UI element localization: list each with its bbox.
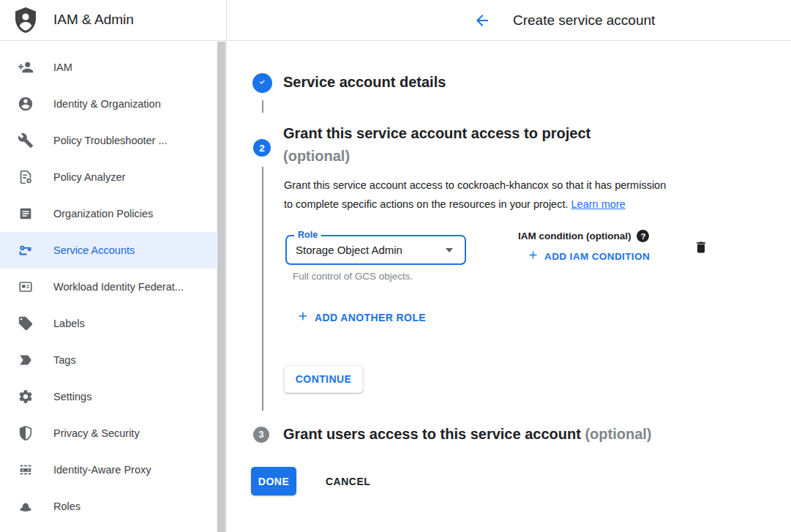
add-another-role-button[interactable]: ADD ANOTHER ROLE xyxy=(296,310,426,325)
step-connector xyxy=(262,167,263,411)
iam-admin-shield-logo-icon xyxy=(12,6,39,35)
sidebar-item-policy-troubleshooter[interactable]: Policy Troubleshooter ... xyxy=(0,122,217,159)
done-button[interactable]: DONE xyxy=(251,467,296,495)
sidebar-item-label: Identity & Organization xyxy=(53,98,161,110)
check-icon xyxy=(257,76,269,91)
add-another-role-label: ADD ANOTHER ROLE xyxy=(315,312,426,323)
roles-hat-icon xyxy=(18,498,34,514)
page-title: Create service account xyxy=(513,0,655,40)
iam-condition-header: IAM condition (optional) ? xyxy=(518,230,649,242)
sidebar: IAM & Admin IAM Identity & Organization … xyxy=(0,0,227,532)
role-dropdown[interactable]: Role Storage Object Admin xyxy=(285,235,466,265)
step2-number-indicator: 2 xyxy=(253,139,271,157)
sidebar-item-label: Policy Troubleshooter ... xyxy=(53,135,168,146)
identity-aware-proxy-icon xyxy=(18,462,34,478)
product-title: IAM & Admin xyxy=(53,0,134,40)
add-iam-condition-label: ADD IAM CONDITION xyxy=(544,251,650,262)
sidebar-item-label: Workload Identity Federat... xyxy=(53,281,184,293)
sidebar-scrollbar-thumb[interactable] xyxy=(217,42,225,532)
gcp-console-screen: IAM & Admin IAM Identity & Organization … xyxy=(0,0,791,532)
help-icon[interactable]: ? xyxy=(637,230,649,242)
step-connector xyxy=(262,100,263,113)
sidebar-item-workload-identity-federation[interactable]: Workload Identity Federat... xyxy=(0,269,217,305)
role-helper-text: Full control of GCS objects. xyxy=(293,271,413,282)
role-selected-value: Storage Object Admin xyxy=(296,244,402,256)
step2-title[interactable]: Grant this service account access to pro… xyxy=(283,122,591,168)
plus-icon xyxy=(296,310,310,325)
learn-more-link[interactable]: Learn more xyxy=(571,198,626,210)
sidebar-item-label: Privacy & Security xyxy=(53,427,140,439)
sidebar-item-identity-aware-proxy[interactable]: Identity-Aware Proxy xyxy=(0,452,217,488)
sidebar-item-identity-organization[interactable]: Identity & Organization xyxy=(0,86,217,122)
sidebar-item-policy-analyzer[interactable]: Policy Analyzer xyxy=(0,159,217,195)
sidebar-header: IAM & Admin xyxy=(0,0,226,41)
wrench-icon xyxy=(18,132,34,149)
step2-title-text: Grant this service account access to pro… xyxy=(283,125,591,141)
cancel-button[interactable]: CANCEL xyxy=(326,472,370,491)
sidebar-item-settings[interactable]: Settings xyxy=(0,378,217,415)
sidebar-item-label: Settings xyxy=(53,391,91,402)
step3-title-text: Grant users access to this service accou… xyxy=(283,426,581,442)
plus-icon xyxy=(527,249,539,263)
sidebar-item-label: Policy Analyzer xyxy=(53,171,125,183)
person-add-icon xyxy=(18,59,34,75)
sidebar-scrollbar[interactable] xyxy=(217,42,226,532)
sidebar-item-service-accounts[interactable]: Service Accounts xyxy=(0,232,217,269)
step2-optional-label: (optional) xyxy=(283,145,591,168)
description-line2: to complete specific actions on the reso… xyxy=(284,198,568,210)
description-line1: Grant this service account access to coc… xyxy=(284,179,666,191)
step2-description: Grant this service account access to coc… xyxy=(284,176,719,214)
sidebar-item-privacy-security[interactable]: Privacy & Security xyxy=(0,415,217,452)
continue-button[interactable]: CONTINUE xyxy=(284,365,363,393)
sidebar-item-label: Tags xyxy=(53,354,76,366)
sidebar-item-roles[interactable]: Roles xyxy=(0,488,217,525)
sidebar-item-label: Labels xyxy=(53,318,85,329)
step3-number-indicator: 3 xyxy=(253,427,269,443)
step3-optional-label: (optional) xyxy=(585,426,651,442)
step3-number: 3 xyxy=(259,430,264,440)
privacy-shield-icon xyxy=(18,425,34,441)
sidebar-item-iam[interactable]: IAM xyxy=(0,49,217,86)
gear-icon xyxy=(18,389,34,405)
sidebar-item-organization-policies[interactable]: Organization Policies xyxy=(0,195,217,232)
sidebar-item-tags[interactable]: Tags xyxy=(0,342,217,378)
sidebar-item-label: Identity-Aware Proxy xyxy=(53,464,151,476)
trash-icon xyxy=(694,247,708,258)
delete-role-button[interactable] xyxy=(693,239,709,255)
sidebar-item-labels[interactable]: Labels xyxy=(0,305,217,342)
sidebar-item-label: Roles xyxy=(53,501,80,512)
dropdown-arrow-icon xyxy=(446,248,453,252)
step1-completed-indicator xyxy=(252,73,272,93)
page-header: Create service account xyxy=(228,0,791,41)
role-field-label: Role xyxy=(294,230,321,240)
account-circle-icon xyxy=(18,96,34,112)
policy-analyzer-icon xyxy=(18,169,34,185)
service-accounts-icon xyxy=(18,242,34,258)
label-icon xyxy=(18,315,34,331)
workload-identity-icon xyxy=(18,279,34,295)
step2-number: 2 xyxy=(259,143,265,154)
step3-title[interactable]: Grant users access to this service accou… xyxy=(283,426,652,443)
sidebar-item-label: Service Accounts xyxy=(53,244,135,256)
tag-icon xyxy=(18,352,34,368)
step1-title[interactable]: Service account details xyxy=(283,74,446,91)
add-iam-condition-button[interactable]: ADD IAM CONDITION xyxy=(527,249,650,263)
iam-condition-label: IAM condition (optional) xyxy=(518,231,631,241)
arrow-back-icon xyxy=(473,20,491,31)
back-button[interactable] xyxy=(473,12,491,29)
sidebar-item-label: IAM xyxy=(53,61,72,73)
organization-policies-icon xyxy=(18,206,34,222)
sidebar-item-label: Organization Policies xyxy=(53,208,153,220)
